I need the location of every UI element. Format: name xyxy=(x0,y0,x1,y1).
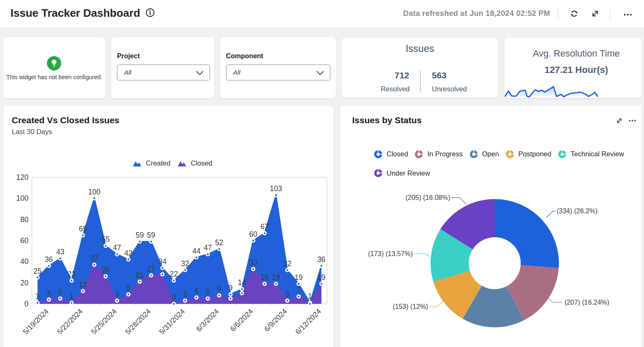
svg-text:19: 19 xyxy=(260,273,268,282)
svg-text:(153) (12%): (153) (12%) xyxy=(393,303,428,310)
svg-text:32: 32 xyxy=(283,259,291,268)
svg-text:20: 20 xyxy=(21,279,29,287)
svg-text:22: 22 xyxy=(68,270,75,278)
svg-text:3: 3 xyxy=(115,290,119,298)
svg-text:(173) (13.57%): (173) (13.57%) xyxy=(368,250,413,257)
svg-text:5: 5 xyxy=(58,288,62,296)
svg-text:19: 19 xyxy=(272,273,280,282)
svg-text:19: 19 xyxy=(295,273,303,282)
svg-text:6: 6 xyxy=(195,287,199,295)
svg-text:100: 100 xyxy=(88,188,100,196)
svg-text:26: 26 xyxy=(101,266,109,274)
svg-text:44: 44 xyxy=(192,247,201,255)
svg-text:5/31/2024: 5/31/2024 xyxy=(158,307,187,336)
svg-text:36: 36 xyxy=(45,255,53,264)
svg-text:27: 27 xyxy=(147,265,155,273)
svg-text:80: 80 xyxy=(21,215,29,224)
svg-text:52: 52 xyxy=(215,238,223,247)
svg-text:4: 4 xyxy=(47,289,51,297)
svg-text:5: 5 xyxy=(206,288,210,296)
svg-text:1: 1 xyxy=(70,292,74,300)
svg-text:19: 19 xyxy=(317,273,325,282)
svg-text:42: 42 xyxy=(124,249,132,257)
svg-text:59: 59 xyxy=(135,231,143,239)
svg-text:6/6/2024: 6/6/2024 xyxy=(229,307,254,333)
svg-text:25: 25 xyxy=(34,267,42,275)
svg-text:9: 9 xyxy=(126,284,130,292)
svg-text:9: 9 xyxy=(229,284,233,292)
svg-text:5/28/2024: 5/28/2024 xyxy=(123,307,152,336)
svg-text:34: 34 xyxy=(158,257,167,266)
svg-text:3: 3 xyxy=(285,290,289,298)
svg-text:(205) (16.08%): (205) (16.08%) xyxy=(405,194,450,201)
svg-text:37: 37 xyxy=(90,254,98,262)
svg-text:1: 1 xyxy=(308,292,312,300)
svg-text:3: 3 xyxy=(183,290,187,298)
svg-text:43: 43 xyxy=(56,248,64,256)
svg-text:0: 0 xyxy=(172,293,176,302)
svg-text:65: 65 xyxy=(79,225,87,233)
svg-text:47: 47 xyxy=(204,243,212,252)
svg-text:36: 36 xyxy=(317,255,325,264)
svg-text:32: 32 xyxy=(181,259,189,268)
svg-text:120: 120 xyxy=(16,173,29,181)
svg-text:7: 7 xyxy=(296,286,301,294)
svg-text:(207) (16.24%): (207) (16.24%) xyxy=(564,299,609,306)
svg-text:6/9/2024: 6/9/2024 xyxy=(262,307,288,333)
svg-text:5/19/2024: 5/19/2024 xyxy=(21,307,50,336)
svg-text:22: 22 xyxy=(170,270,178,278)
svg-text:33: 33 xyxy=(249,258,257,267)
svg-text:5/22/2024: 5/22/2024 xyxy=(55,307,84,336)
svg-text:103: 103 xyxy=(270,184,282,193)
svg-text:0: 0 xyxy=(24,300,29,308)
svg-text:55: 55 xyxy=(101,235,109,243)
svg-text:1: 1 xyxy=(36,292,40,300)
svg-text:100: 100 xyxy=(16,194,29,202)
svg-text:5/25/2024: 5/25/2024 xyxy=(89,307,118,336)
svg-text:14: 14 xyxy=(238,278,246,287)
svg-text:12: 12 xyxy=(79,280,87,289)
svg-text:47: 47 xyxy=(113,243,121,252)
svg-text:60: 60 xyxy=(249,230,257,238)
svg-text:6/3/2024: 6/3/2024 xyxy=(195,307,221,333)
svg-text:40: 40 xyxy=(21,257,29,266)
svg-text:(334) (26.2%): (334) (26.2%) xyxy=(556,207,597,215)
svg-text:59: 59 xyxy=(147,231,155,239)
svg-text:21: 21 xyxy=(135,271,143,280)
svg-text:67: 67 xyxy=(260,223,268,231)
svg-text:60: 60 xyxy=(21,236,29,245)
svg-text:8: 8 xyxy=(217,285,221,293)
svg-text:6/12/2024: 6/12/2024 xyxy=(293,307,322,336)
